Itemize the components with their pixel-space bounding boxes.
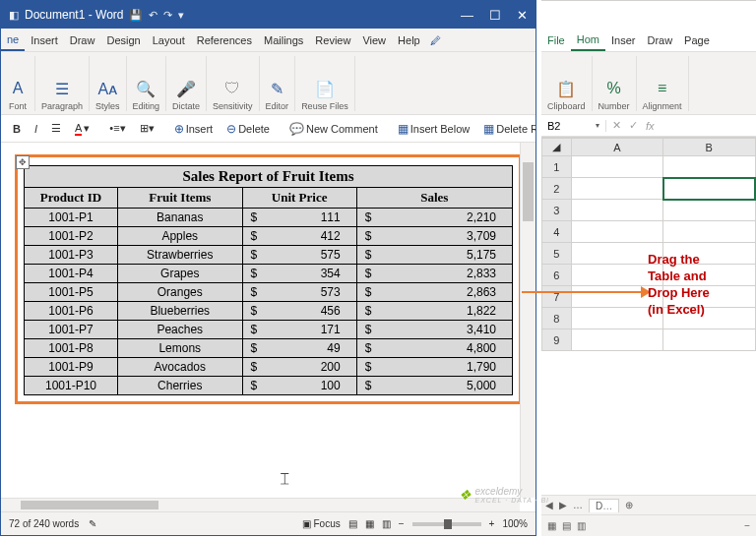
cell[interactable] — [571, 221, 662, 243]
row-header[interactable]: 2 — [542, 178, 572, 200]
sales-table[interactable]: Sales Report of Fruit Items Product ID F… — [24, 165, 513, 395]
zoom-out-button[interactable]: − — [744, 520, 750, 531]
autosave-icon[interactable]: ◧ — [9, 9, 19, 22]
cell[interactable] — [571, 156, 662, 178]
table-row[interactable]: 1001-P3Strawberries5755,175 — [25, 246, 513, 265]
group-sensitivity[interactable]: 🛡Sensitivity — [207, 56, 260, 111]
maximize-button[interactable]: ☐ — [489, 8, 501, 23]
tab-draw[interactable]: Draw — [64, 29, 101, 51]
bold-button[interactable]: B — [9, 121, 25, 137]
redo-icon[interactable]: ↷ — [163, 9, 172, 22]
tab-insert[interactable]: Inser — [605, 29, 641, 51]
row-header[interactable]: 8 — [542, 308, 572, 329]
view-read-icon[interactable]: ▥ — [382, 518, 391, 529]
sheet-tab[interactable]: D… — [589, 499, 619, 512]
group-clipboard[interactable]: 📋Clipboard — [541, 56, 593, 111]
group-editing[interactable]: 🔍Editing — [127, 56, 167, 111]
cell[interactable] — [663, 200, 755, 221]
word-document-area[interactable]: ✥ Sales Report of Fruit Items Product ID… — [1, 143, 536, 507]
tab-design[interactable]: Design — [100, 29, 146, 51]
cancel-icon[interactable]: ✕ — [612, 119, 621, 132]
group-styles[interactable]: AᴀStyles — [90, 56, 127, 111]
font-color-button[interactable]: A▾ — [71, 120, 94, 138]
italic-button[interactable]: I — [31, 121, 41, 137]
cell[interactable] — [663, 178, 755, 200]
undo-icon[interactable]: ↶ — [149, 9, 158, 22]
select-all-corner[interactable]: ◢ — [542, 139, 572, 156]
enter-icon[interactable]: ✓ — [629, 119, 638, 132]
name-box[interactable]: B2▾ — [541, 120, 606, 132]
tab-home[interactable]: Hom — [571, 29, 605, 51]
cell[interactable] — [571, 178, 662, 200]
focus-button[interactable]: ▣ Focus — [302, 518, 341, 529]
table-row[interactable]: 1001-P1Bananas1112,210 — [25, 209, 513, 227]
group-font[interactable]: AFont — [1, 56, 35, 111]
tab-insert[interactable]: Insert — [25, 29, 64, 51]
bullets-button[interactable]: •≡▾ — [105, 120, 129, 137]
sheet-nav-next[interactable]: ▶ — [559, 500, 567, 510]
word-horizontal-scrollbar[interactable] — [1, 498, 520, 511]
group-alignment[interactable]: ≡Alignment — [637, 56, 689, 111]
tab-draw[interactable]: Draw — [641, 29, 678, 51]
col-header[interactable]: B — [663, 139, 755, 156]
cell[interactable] — [571, 200, 662, 221]
group-dictate[interactable]: 🎤Dictate — [166, 56, 207, 111]
cell[interactable] — [663, 156, 755, 178]
dropdown-icon[interactable]: ▾ — [178, 9, 184, 22]
zoom-level[interactable]: 100% — [502, 518, 528, 529]
tab-file[interactable]: File — [541, 29, 571, 51]
tab-help[interactable]: Help — [392, 29, 426, 51]
zoom-slider[interactable] — [412, 522, 481, 526]
table-row[interactable]: 1001-P9Avocados2001,790 — [25, 358, 513, 377]
row-header[interactable]: 1 — [542, 156, 572, 178]
group-reuse[interactable]: 📄Reuse Files — [295, 56, 355, 111]
view-normal-icon[interactable]: ▦ — [547, 520, 556, 531]
row-header[interactable]: 4 — [542, 221, 572, 243]
row-header[interactable]: 6 — [542, 265, 572, 286]
new-comment-button[interactable]: 💬New Comment — [285, 120, 382, 138]
minimize-button[interactable]: — — [461, 8, 473, 23]
row-header[interactable]: 7 — [542, 286, 572, 308]
zoom-out-button[interactable]: − — [399, 518, 405, 529]
delete-button[interactable]: ⊖Delete — [222, 120, 274, 138]
align-button[interactable]: ☰ — [47, 120, 65, 137]
word-count[interactable]: 72 of 240 words — [9, 518, 79, 529]
group-number[interactable]: %Number — [593, 56, 637, 111]
save-icon[interactable]: 💾 — [129, 9, 143, 22]
table-row[interactable]: 1001-P7Peaches1713,410 — [25, 321, 513, 339]
tab-pagelayout[interactable]: Page — [678, 29, 716, 51]
view-web-icon[interactable]: ▦ — [365, 518, 374, 529]
word-vertical-scrollbar[interactable] — [520, 143, 536, 498]
table-row[interactable]: 1001-P8Lemons494,800 — [25, 339, 513, 358]
borders-button[interactable]: ⊞▾ — [136, 120, 158, 137]
row-header[interactable]: 9 — [542, 329, 572, 351]
cell[interactable] — [663, 221, 755, 243]
collapse-ribbon-icon[interactable]: 🖉 — [430, 34, 441, 46]
tab-mailings[interactable]: Mailings — [258, 29, 309, 51]
view-page-icon[interactable]: ▤ — [562, 520, 571, 531]
tab-review[interactable]: Review — [309, 29, 356, 51]
tab-references[interactable]: References — [191, 29, 258, 51]
delete-rows-button[interactable]: ▦Delete Rows — [479, 120, 536, 138]
cell[interactable] — [663, 329, 755, 351]
tab-home[interactable]: ne — [1, 29, 25, 51]
table-row[interactable]: 1001-P6Blueberries4561,822 — [25, 302, 513, 321]
table-row[interactable]: 1001-P2Apples4123,709 — [25, 227, 513, 246]
col-header[interactable]: A — [571, 139, 662, 156]
tab-view[interactable]: View — [356, 29, 392, 51]
new-sheet-button[interactable]: ⊕ — [625, 500, 633, 510]
table-move-handle[interactable]: ✥ — [16, 155, 30, 169]
insert-below-button[interactable]: ▦Insert Below — [394, 120, 474, 138]
group-paragraph[interactable]: ☰Paragraph — [35, 56, 90, 111]
zoom-in-button[interactable]: + — [489, 518, 495, 529]
view-print-icon[interactable]: ▤ — [348, 518, 357, 529]
table-row[interactable]: 1001-P4Grapes3542,833 — [25, 265, 513, 283]
tab-layout[interactable]: Layout — [147, 29, 191, 51]
table-row[interactable]: 1001-P10Cherries1005,000 — [25, 377, 513, 395]
insert-button[interactable]: ⊕Insert — [170, 120, 218, 138]
cell[interactable] — [571, 329, 662, 351]
spell-check-icon[interactable]: ✎ — [89, 518, 96, 529]
fx-icon[interactable]: fx — [646, 120, 655, 132]
row-header[interactable]: 3 — [542, 200, 572, 221]
close-button[interactable]: ✕ — [517, 8, 528, 23]
